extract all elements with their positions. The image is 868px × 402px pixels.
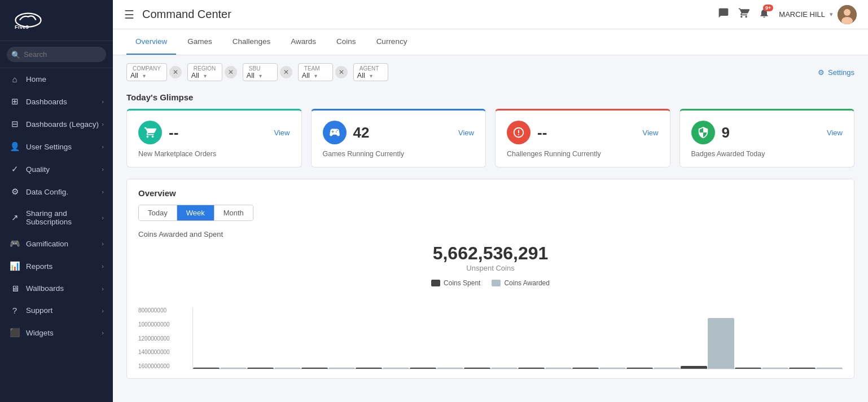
sidebar-nav: ⌂ Home ⊞ Dashboards › ⊟ Dashboards (Lega… (0, 68, 113, 402)
sbu-filter-value: All (244, 72, 257, 79)
sidebar-item-dashboards[interactable]: ⊞ Dashboards › (0, 90, 113, 113)
sbu-filter-select[interactable]: SBU All ▾ (243, 63, 278, 81)
chevron-right-icon-8: › (102, 263, 104, 270)
agent-filter-group: AGENT All ▾ (353, 63, 388, 81)
bar-group-11 (789, 307, 843, 369)
bar-spent-4 (410, 368, 436, 369)
chevron-right-icon-3: › (102, 143, 104, 150)
tab-games[interactable]: Games (178, 29, 221, 55)
settings-label: Settings (828, 68, 854, 77)
y-axis-label-0: 1600000000 (138, 363, 183, 369)
sbu-filter-label: SBU (244, 65, 275, 72)
bar-spent-7 (572, 368, 599, 369)
badges-value: 9 (722, 124, 821, 142)
overview-header: Overview Today Week Month (127, 179, 854, 221)
sidebar-item-sharing[interactable]: ↗ Sharing and Subscriptions › (0, 203, 113, 232)
glimpse-title: Today's Glimpse (126, 92, 854, 102)
team-filter-label: TEAM (300, 65, 330, 72)
company-filter-label: COMPANY (128, 65, 164, 72)
period-month-button[interactable]: Month (214, 205, 253, 220)
bar-spent-0 (193, 368, 220, 369)
agent-filter-value: All (355, 72, 367, 79)
sidebar-label-support: Support (26, 306, 102, 315)
challenges-label: Challenges Running Currently (507, 150, 659, 158)
sidebar-item-gamification[interactable]: 🎮 Gamification › (0, 232, 113, 255)
sidebar-item-quality[interactable]: ✓ Quality › (0, 158, 113, 180)
sidebar-item-home[interactable]: ⌂ Home (0, 68, 113, 90)
agent-filter-label: AGENT (355, 65, 385, 72)
sidebar-logo: Five9 (0, 0, 113, 41)
period-buttons: Today Week Month (138, 205, 253, 221)
period-today-button[interactable]: Today (139, 205, 177, 220)
search-input[interactable] (7, 47, 106, 62)
tab-awards[interactable]: Awards (282, 29, 325, 55)
period-week-button[interactable]: Week (177, 205, 214, 220)
region-filter-label: REGION (189, 65, 220, 72)
chart-wrapper: 1600000000 1400000000 1200000000 1000000… (138, 296, 843, 369)
notification-icon-button[interactable]: 9+ (759, 7, 770, 21)
tabs-row: Overview Games Challenges Awards Coins C… (113, 29, 868, 55)
dashboards-icon: ⊞ (9, 96, 20, 107)
page-title: Command Center (142, 8, 718, 21)
sidebar-item-support[interactable]: ? Support › (0, 299, 113, 321)
bar-spent-2 (301, 368, 328, 369)
cart-icon-button[interactable] (738, 7, 749, 21)
widgets-icon: ⬛ (9, 328, 20, 338)
team-filter-group: TEAM All ▾ ✕ (298, 63, 348, 81)
main-area: ☰ Command Center 9+ MARCIE HILL ▾ (113, 0, 868, 402)
company-dropdown-icon: ▾ (141, 73, 148, 79)
region-filter-select[interactable]: REGION All ▾ (187, 63, 222, 81)
bar-group-1 (247, 307, 301, 369)
settings-link[interactable]: ⚙ Settings (818, 68, 854, 77)
tab-coins[interactable]: Coins (327, 29, 365, 55)
home-icon: ⌂ (9, 74, 20, 84)
content-area: Overview Games Challenges Awards Coins C… (113, 29, 868, 402)
chart-bars (192, 307, 843, 369)
badges-view-link[interactable]: View (827, 129, 843, 137)
sidebar-label-user-settings: User Settings (26, 143, 102, 151)
sidebar-item-reports[interactable]: 📊 Reports › (0, 255, 113, 277)
sidebar-item-widgets[interactable]: ⬛ Widgets › (0, 321, 113, 344)
sidebar-search-section: 🔍 (0, 41, 113, 68)
games-view-link[interactable]: View (458, 129, 474, 137)
svg-point-3 (844, 9, 851, 16)
team-filter-select[interactable]: TEAM All ▾ (298, 63, 333, 81)
sidebar-label-home: Home (26, 75, 104, 83)
avatar (838, 5, 857, 24)
tabs-bar: Overview Games Challenges Awards Coins C… (113, 29, 868, 55)
bar-group-6 (518, 307, 572, 369)
legend-awarded-label: Coins Awarded (504, 279, 550, 287)
sidebar-item-user-settings[interactable]: 👤 User Settings › (0, 135, 113, 158)
region-filter-remove[interactable]: ✕ (225, 66, 237, 78)
bar-awarded-4 (437, 368, 463, 369)
chat-icon-button[interactable] (718, 7, 729, 21)
agent-filter-select[interactable]: AGENT All ▾ (353, 63, 388, 81)
sidebar-item-data-config[interactable]: ⚙ Data Config. › (0, 180, 113, 203)
sidebar-label-sharing: Sharing and Subscriptions (26, 209, 102, 226)
bar-spent-8 (626, 368, 653, 369)
hamburger-menu-icon[interactable]: ☰ (124, 8, 134, 21)
marketplace-view-link[interactable]: View (274, 129, 290, 137)
legend-spent-label: Coins Spent (444, 279, 480, 287)
sidebar-item-wallboards[interactable]: 🖥 Wallboards › (0, 277, 113, 299)
bar-group-9 (681, 307, 734, 369)
team-filter-remove[interactable]: ✕ (335, 66, 348, 78)
challenges-view-link[interactable]: View (643, 129, 659, 137)
user-menu[interactable]: MARCIE HILL ▾ (779, 5, 857, 24)
badges-label: Badges Awarded Today (691, 150, 843, 158)
company-filter-select[interactable]: COMPANY All ▾ (126, 63, 167, 81)
tab-challenges[interactable]: Challenges (223, 29, 280, 55)
sbu-filter-remove[interactable]: ✕ (280, 66, 292, 78)
bar-group-5 (464, 307, 518, 369)
company-filter-remove[interactable]: ✕ (169, 66, 182, 78)
sidebar-label-dashboards: Dashboards (26, 98, 102, 106)
tab-overview[interactable]: Overview (126, 29, 176, 55)
sidebar-item-dashboards-legacy[interactable]: ⊟ Dashboards (Legacy) › (0, 113, 113, 135)
bar-awarded-3 (383, 368, 409, 369)
sbu-filter-group: SBU All ▾ ✕ (243, 63, 292, 81)
sbu-dropdown-icon: ▾ (257, 73, 264, 79)
challenges-value: -- (537, 124, 636, 142)
team-filter-value: All (300, 72, 312, 79)
region-filter-group: REGION All ▾ ✕ (187, 63, 237, 81)
tab-currency[interactable]: Currency (367, 29, 417, 55)
